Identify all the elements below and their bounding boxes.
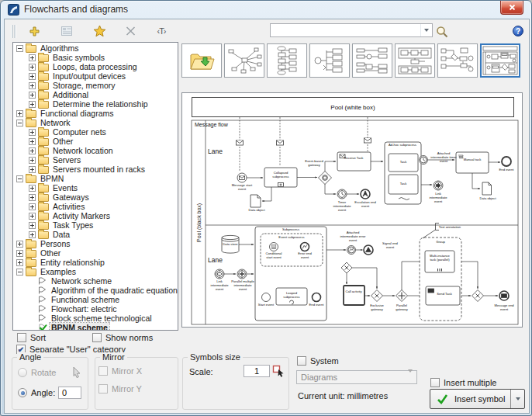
expand-icon[interactable] [29,231,36,238]
expand-icon[interactable] [29,138,36,145]
search-button[interactable] [434,24,450,40]
expand-icon[interactable] [29,213,36,220]
tree-item[interactable]: Servers [13,155,178,165]
system-checkbox[interactable] [297,356,306,366]
expand-icon[interactable] [29,64,36,71]
tree-item[interactable]: BPMN [13,174,178,183]
tree-item[interactable]: Events [13,183,178,192]
expand-icon[interactable] [29,82,36,89]
expand-icon[interactable] [29,185,36,192]
tree-item[interactable]: Gateways [13,192,178,202]
expand-icon[interactable] [29,92,36,99]
expand-icon[interactable] [29,222,36,229]
collapse-icon[interactable] [16,120,23,127]
angle-radio[interactable] [18,388,27,397]
delete-button[interactable] [123,23,138,39]
tree-item[interactable]: BPNM scheme [13,323,178,331]
tree-item[interactable]: Task Types [13,220,178,230]
tree-item[interactable]: Input/output devices [13,71,178,81]
tree-item[interactable]: Computer nets [13,127,178,137]
rotate-radio[interactable] [18,368,27,377]
scale-input[interactable]: 1 [244,365,270,377]
tree-item[interactable]: Algorithm of the quadratic equation [13,286,178,295]
tree-item[interactable]: Block scheme technological [13,314,178,323]
expand-icon[interactable] [29,166,36,173]
thumbnail-bpmn-fragment[interactable] [437,43,478,78]
tree-item[interactable]: Additional [13,90,178,99]
tree-item[interactable]: Persons [13,239,178,248]
thumbnail-bpmn-scheme-selected[interactable] [480,43,520,78]
expand-icon[interactable] [29,54,36,61]
collapse-icon[interactable] [16,175,23,182]
tree-item[interactable]: Algorithms [13,43,178,53]
tree-item[interactable]: Other [13,137,178,146]
tree-item[interactable]: Flowchart: electric [13,304,178,314]
thumbnail-parent-folder[interactable] [181,43,222,78]
toolbar-grip[interactable] [12,25,16,38]
thumbnail-block-scheme[interactable] [395,43,435,78]
show-norms-checkbox-row[interactable]: Show norms [92,333,153,342]
symbol-preview-panel[interactable]: Pool (white box) Message flow Pool (blac… [181,92,523,328]
insert-symbol-button[interactable]: Insert symbol [430,389,525,409]
thumbnail-network-scheme[interactable] [224,43,264,78]
details-button[interactable] [59,23,74,39]
system-select[interactable]: Diagrams [296,370,417,384]
tree-item[interactable]: Storage, memory [13,81,178,90]
collapse-icon[interactable] [16,269,23,276]
angle-radio-row[interactable]: Angle: [18,388,55,397]
insert-multiple-checkbox[interactable] [430,378,440,387]
category-tree[interactable]: AlgorithmsBasic symbolsLoops, data proce… [12,42,178,331]
tree-item[interactable]: Functional scheme [13,295,178,304]
expand-icon[interactable] [29,101,36,108]
search-input[interactable] [271,26,420,35]
mirror-x-checkbox[interactable] [98,366,108,376]
expand-icon[interactable] [29,73,36,80]
close-button[interactable] [500,1,523,15]
insert-multiple-row[interactable]: Insert multiple [430,378,496,387]
tree-item[interactable]: Determine the relationship [13,99,178,109]
tree-item[interactable]: Data [13,230,178,239]
expand-icon[interactable] [29,157,36,164]
tree-item[interactable]: Activities [13,202,178,211]
system-checkbox-row[interactable]: System [297,356,339,366]
text-size-button[interactable]: ‹T› [154,23,169,39]
expand-icon[interactable] [29,129,36,136]
tree-item[interactable]: Network location [13,146,178,155]
add-category-button[interactable] [26,23,42,39]
favorites-button[interactable] [92,23,107,39]
expand-icon[interactable] [29,194,36,201]
collapse-icon[interactable] [16,45,23,52]
tree-item[interactable]: Functional diagrams [13,109,178,118]
tree-item[interactable]: Network [13,118,178,127]
help-button[interactable]: ? [513,26,523,36]
tree-item[interactable]: Network scheme [13,276,178,286]
sort-checkbox-row[interactable]: Sort [17,333,46,342]
insert-symbol-dropdown[interactable] [510,390,524,408]
thumbnail-flowchart-electric[interactable] [352,43,392,78]
tree-item[interactable]: Loops, data processing [13,62,178,71]
expand-icon[interactable] [16,250,23,257]
mirror-y-checkbox[interactable] [98,384,108,393]
tree-item[interactable]: Examples [13,267,178,276]
thumbnail-algorithm-flowchart[interactable] [267,43,307,78]
tree-item[interactable]: Basic symbols [13,53,178,62]
tree-item[interactable]: Entity relationship [13,258,178,267]
search-combobox[interactable] [270,23,433,37]
angle-input[interactable]: 0 [58,387,81,399]
expand-icon[interactable] [16,110,23,117]
sort-checkbox[interactable] [17,333,26,342]
mirror-x-row[interactable]: Mirror X [98,366,142,376]
title-bar[interactable]: Flowcharts and diagrams [1,1,531,19]
expand-icon[interactable] [29,203,36,210]
rotate-radio-row[interactable]: Rotate [18,368,56,377]
pick-scale-icon[interactable] [272,365,285,378]
mirror-y-row[interactable]: Mirror Y [98,384,142,393]
tree-item[interactable]: Activity Markers [13,211,178,220]
tree-item[interactable]: Servers mounted in racks [13,165,178,174]
tree-item[interactable]: Other [13,248,178,258]
thumbnail-functional-scheme[interactable] [309,43,350,78]
show-norms-checkbox[interactable] [92,333,102,342]
search-dropdown-button[interactable] [420,24,432,36]
expand-icon[interactable] [16,259,23,266]
expand-icon[interactable] [16,241,23,248]
